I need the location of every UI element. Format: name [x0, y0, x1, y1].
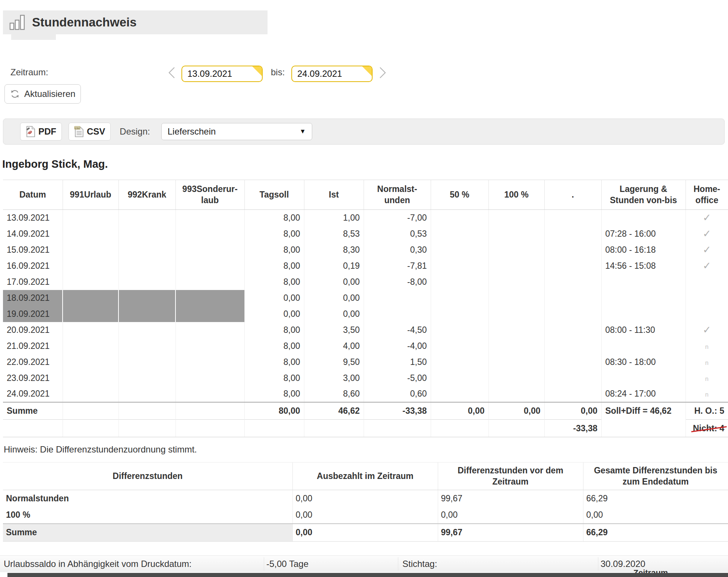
design-select[interactable]: Lieferschein ▼ — [161, 123, 312, 140]
chevron-left-icon[interactable] — [166, 66, 177, 80]
cell-dot — [544, 210, 601, 226]
cell-dot — [544, 242, 601, 258]
cell-ist: 8,53 — [304, 226, 364, 242]
cell-homeoffice: n — [686, 354, 728, 370]
cell-sonderurlaub-993 — [175, 290, 244, 306]
timesheet-row: 23.09.20218,003,00-5,00n — [3, 370, 728, 386]
timesheet-body: 13.09.20218,001,00-7,00✓14.09.20218,008,… — [3, 210, 728, 437]
cell-ist: 8,30 — [304, 242, 364, 258]
column-header-tagsoll: Tagsoll — [244, 180, 304, 210]
csv-button-label: CSV — [87, 126, 105, 137]
cell-sonderurlaub-993 — [175, 242, 244, 258]
input-corner-fold — [251, 66, 263, 77]
cell-urlaub-991 — [63, 322, 118, 338]
cell-100-prozent: 0,00 — [488, 402, 544, 420]
cell-50-prozent — [431, 242, 488, 258]
cell-dot — [544, 290, 601, 306]
cell-tagsoll: 8,00 — [244, 226, 304, 242]
cell-urlaub-991 — [63, 210, 118, 226]
cell-sonderurlaub-993 — [175, 386, 244, 402]
cell-urlaub-991 — [63, 370, 118, 386]
cell-normalstunden — [364, 290, 431, 306]
diff-column-header-gesamt: Gesamte Differenzstunden bis zum Endedat… — [583, 463, 728, 490]
cell-tagsoll: 8,00 — [244, 274, 304, 290]
pdf-export-button[interactable]: PDF — [20, 123, 62, 141]
timesheet-table: Datum991Urlaub992Krank993Sonderur-laubTa… — [3, 180, 728, 437]
date-to-input[interactable]: 24.09.2021 — [291, 66, 373, 82]
cell-sonderurlaub-993 — [175, 338, 244, 354]
cell-100-prozent — [488, 354, 544, 370]
date-to-value: 24.09.2021 — [297, 66, 342, 81]
cell-dot: 0,00 — [544, 402, 601, 420]
cell-krank-992 — [118, 290, 175, 306]
diff-cell-differenzstunden: Normalstunden — [3, 490, 292, 507]
employee-name: Ingeborg Stick, Mag. — [2, 158, 108, 170]
column-header-dot: . — [544, 180, 601, 210]
check-icon: ✓ — [703, 260, 711, 271]
cell-urlaub-991 — [63, 338, 118, 354]
cell-sonderurlaub-993 — [175, 322, 244, 338]
cell-zeiten: 08:00 - 11:30 — [601, 322, 686, 338]
cell-normalstunden: -4,50 — [364, 322, 431, 338]
cell-50-prozent — [431, 274, 488, 290]
csv-export-button[interactable]: CSV CSV — [69, 123, 111, 141]
cell-sonderurlaub-993 — [175, 274, 244, 290]
cell-normalstunden: -5,00 — [364, 370, 431, 386]
cell-ist: 3,50 — [304, 322, 364, 338]
page-title: Stundennachweis — [32, 15, 137, 29]
cell-50-prozent — [431, 322, 488, 338]
cell-krank-992 — [118, 226, 175, 242]
cell-100-prozent — [488, 226, 544, 242]
date-from-input[interactable]: 13.09.2021 — [181, 66, 263, 82]
timesheet-header-row: Datum991Urlaub992Krank993Sonderur-laubTa… — [3, 180, 728, 210]
chevron-right-icon[interactable] — [377, 66, 388, 80]
cell-datum: Summe — [3, 402, 63, 420]
urlaubssaldo-footer: Urlaubssaldo in Abhängigkeit vom Druckda… — [0, 555, 728, 572]
cell-homeoffice: ✓ — [686, 258, 728, 274]
column-header-ist: Ist — [304, 180, 364, 210]
cell-krank-992 — [118, 402, 175, 420]
diff-table-body: Normalstunden0,0099,6766,29100 %0,000,00… — [3, 490, 728, 542]
cell-ist: 46,62 — [304, 402, 364, 420]
urlaubssaldo-label: Urlaubssaldo in Abhängigkeit vom Druckda… — [4, 556, 192, 572]
cell-50-prozent — [431, 338, 488, 354]
cell-datum: 15.09.2021 — [3, 242, 63, 258]
cell-krank-992 — [118, 420, 175, 437]
diff-row: Normalstunden0,0099,6766,29 — [3, 490, 728, 507]
export-toolbar: PDF CSV CSV Design: Lieferschein ▼ — [3, 119, 725, 145]
cell-dot — [544, 386, 601, 402]
cell-homeoffice: n — [686, 386, 728, 402]
cell-datum — [3, 420, 63, 437]
cell-datum: 14.09.2021 — [3, 226, 63, 242]
timesheet-row: 18.09.20210,000,00 — [3, 290, 728, 306]
diff-header-row: DifferenzstundenAusbezahlt im ZeitraumDi… — [3, 463, 728, 490]
cell-urlaub-991 — [63, 274, 118, 290]
homeoffice-n-mark: n — [705, 344, 709, 350]
cell-zeiten: 14:56 - 15:08 — [601, 258, 686, 274]
cell-dot — [544, 338, 601, 354]
cell-50-prozent — [431, 306, 488, 322]
cell-100-prozent — [488, 210, 544, 226]
cell-sonderurlaub-993 — [175, 306, 244, 322]
cell-datum: 13.09.2021 — [3, 210, 63, 226]
cell-sonderurlaub-993 — [175, 402, 244, 420]
cell-homeoffice: Nicht: 4 — [686, 420, 728, 437]
cell-datum: 23.09.2021 — [3, 370, 63, 386]
diff-row: 100 %0,000,000,00 — [3, 507, 728, 524]
refresh-button[interactable]: Aktualisieren — [4, 84, 81, 104]
column-header-krank-992: 992Krank — [118, 180, 175, 210]
timesheet-row: 21.09.20218,004,00-4,00n — [3, 338, 728, 354]
cell-ist: 9,50 — [304, 354, 364, 370]
cell-100-prozent — [488, 370, 544, 386]
cell-ist: 0,00 — [304, 274, 364, 290]
cell-krank-992 — [118, 242, 175, 258]
diff-cell-gesamt: 66,29 — [583, 490, 728, 507]
cell-urlaub-991 — [63, 402, 118, 420]
cell-normalstunden: -7,00 — [364, 210, 431, 226]
stundennachweis-page: Stundennachweis Zeitraum: 13.09.2021 bis… — [0, 0, 728, 577]
footer-divider — [264, 557, 264, 571]
cell-krank-992 — [118, 210, 175, 226]
cell-sonderurlaub-993 — [175, 210, 244, 226]
cell-sonderurlaub-993 — [175, 258, 244, 274]
cell-50-prozent — [431, 258, 488, 274]
